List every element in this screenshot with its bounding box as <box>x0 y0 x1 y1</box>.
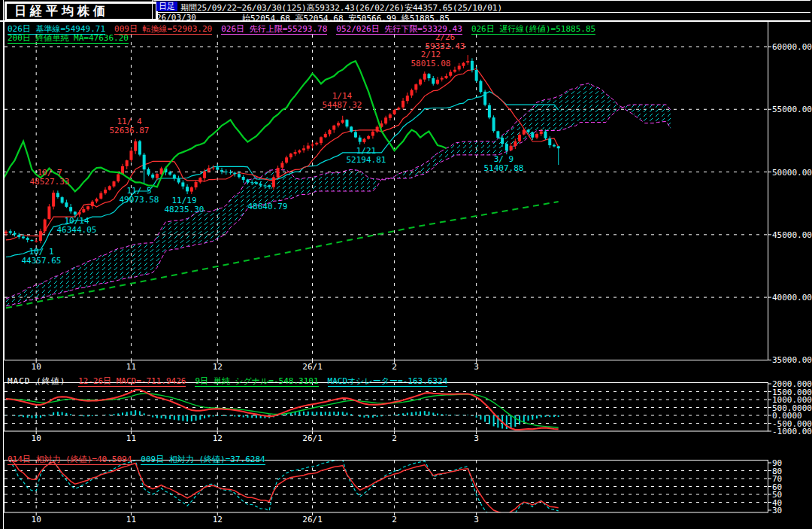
window-border-left <box>3 0 4 529</box>
timeframe-badge[interactable]: 日足 <box>156 2 177 11</box>
annotation-value: 46344.05 <box>57 225 97 235</box>
ma-legend: 200日 終値単純 MA=47636.20 <box>8 32 138 44</box>
annotation-value: 48527.33 <box>30 177 70 187</box>
axis-label: 50000.00 <box>772 168 812 178</box>
axis-label: 26/1 <box>302 433 323 443</box>
ichimoku-legend-item-4: 026日 遅行線(終値)=51885.85 <box>471 24 595 35</box>
axis-label: 45000.00 <box>772 230 812 240</box>
macd-legend: MACD (終値) 12-26日 MACD=-711.94269日 単純 シグナ… <box>8 375 456 387</box>
axis-label: 3 <box>474 362 479 372</box>
axis-label: 40000.00 <box>772 293 812 303</box>
annotation-value: 51407.88 <box>484 163 524 173</box>
axis-label: 10 <box>32 433 41 443</box>
axis-label: 2 <box>392 433 397 443</box>
ichimoku-legend-item-2: 026日 先行上限=55293.78 <box>221 24 327 35</box>
macd-signal-line <box>6 394 559 427</box>
annotation-value: 54487.32 <box>323 100 362 110</box>
macd-line <box>6 390 559 430</box>
current-ohlc-values: 始52054.68 高52054.68 安50566.99 終51885.85 <box>242 13 450 24</box>
macd-legend-item-1: 9日 単純 シグナル=-548.3101 <box>195 376 318 387</box>
ichimoku-cloud <box>6 83 671 306</box>
header-separator <box>152 0 153 21</box>
axis-label: 12 <box>213 362 223 372</box>
axis-label: 12 <box>213 515 223 524</box>
rsi-legend-item-1: 009日 相対力 (終値)=37.6284 <box>141 455 265 465</box>
macd-legend-item-0: 12-26日 MACD=-711.9426 <box>78 376 186 387</box>
chart-canvas[interactable]: 10/ 748527.332/2659332.432/1258015.081/1… <box>0 0 812 529</box>
axis-label: 30 <box>772 506 782 515</box>
header-border-top <box>153 0 810 1</box>
axis-label: 12 <box>213 433 223 443</box>
axis-label: 3 <box>474 433 479 443</box>
annotation-value: 52194.81 <box>347 155 386 165</box>
axis-label: 11 <box>126 515 136 524</box>
axis-label: 3 <box>474 515 479 524</box>
annotation-value: 52636.87 <box>110 126 150 135</box>
annotation-value: 49073.58 <box>120 195 159 205</box>
annotation-value: 48640.79 <box>248 202 288 211</box>
period-info: 期間25/09/22~26/03/30(125)高59332.43(26/02/… <box>180 2 502 14</box>
axis-label: 10 <box>32 515 41 524</box>
axis-label: 35000.00 <box>772 355 812 365</box>
axis-label: 11 <box>126 433 136 443</box>
axis-label: 2 <box>392 515 397 524</box>
axis-label: -1000.00 <box>772 427 812 436</box>
axis-label: 60000.00 <box>772 42 812 52</box>
annotation-value: 58015.08 <box>411 59 451 68</box>
axis-label: 55000.00 <box>772 105 812 114</box>
axis-label: 10 <box>32 362 41 372</box>
rsi-legend: 014日 相対力 (終値)=40.5094009日 相対力 (終値)=37.62… <box>8 454 274 465</box>
rsi-legend-item-0: 014日 相対力 (終値)=40.5094 <box>8 455 132 465</box>
axis-label: 2 <box>392 362 397 372</box>
macd-pane-title: MACD (終値) <box>8 376 65 386</box>
app-title-text: 日経平均株価 <box>14 4 109 18</box>
macd-pane <box>5 382 768 431</box>
annotation-value: 44357.65 <box>22 256 62 266</box>
annotation-value: 48235.30 <box>165 205 205 214</box>
axis-label: 26/1 <box>302 362 323 372</box>
axis-label: 11 <box>126 362 136 372</box>
ichimoku-legend-item-3: 052/026日 先行下限=53329.43 <box>336 24 462 35</box>
current-date: 26/03/30 <box>156 13 196 23</box>
axis-labels: 60000.0055000.0050000.0045000.0040000.00… <box>32 42 812 524</box>
axis-label: 26/1 <box>302 515 323 524</box>
ma-legend-item-0: 200日 終値単純 MA=47636.20 <box>8 33 129 44</box>
macd-legend-item-2: MACDオシレーター=-163.6324 <box>328 376 448 387</box>
app-title: 日経平均株価 <box>5 2 158 21</box>
